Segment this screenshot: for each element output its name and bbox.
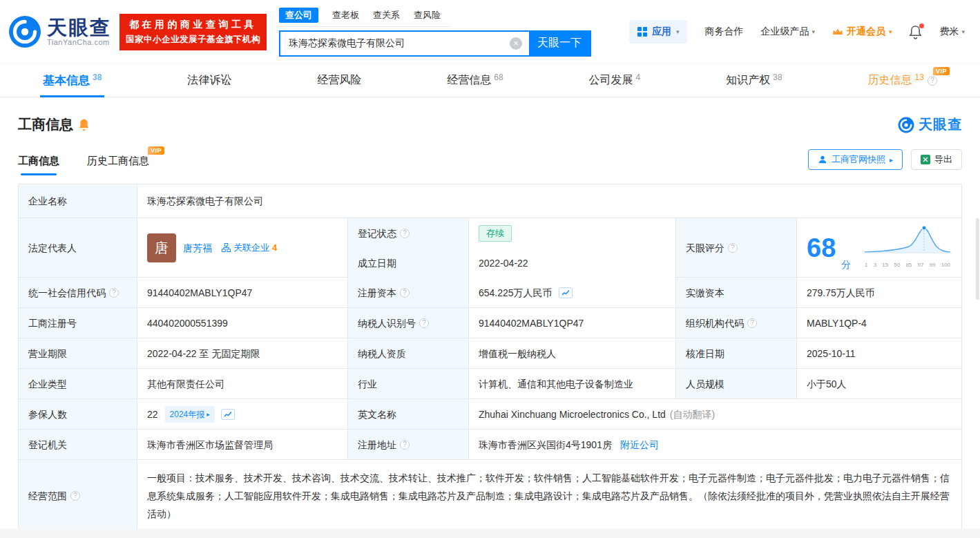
tab-basic-info[interactable]: 基本信息 38: [40, 64, 104, 97]
search-tab-relation[interactable]: 查关系: [373, 9, 400, 21]
nav-business-cooperation[interactable]: 商务合作: [704, 26, 743, 38]
related-companies-count: 4: [272, 241, 277, 255]
user-menu[interactable]: 费米 ▾: [939, 26, 965, 38]
score-distribution-chart: 13 1550 8597 99100: [863, 224, 952, 272]
paid-capital-value: 279.75万人民币: [797, 278, 962, 308]
vip-badge: VIP: [933, 67, 950, 75]
help-icon[interactable]: ?: [928, 76, 937, 86]
score-curve-icon: [863, 224, 952, 254]
tab-operation-info-label: 经营信息: [447, 73, 491, 88]
approval-date-label: 核准日期: [676, 338, 797, 369]
establish-date-label: 成立日期: [348, 248, 469, 278]
business-info-table: 企业名称 珠海芯探索微电子有限公司 法定代表人 唐 唐芳福: [18, 184, 962, 532]
tab-legal-litigation[interactable]: 法律诉讼: [184, 64, 234, 97]
table-row-reg-number: 工商注册号 440402000551399 纳税人识别号 ? 91440402M…: [19, 308, 962, 338]
address-value: 珠海市香洲区兴国街4号1901房 附近公司: [469, 430, 962, 460]
help-icon[interactable]: ?: [400, 229, 410, 238]
search-tab-company[interactable]: 查公司: [279, 8, 318, 23]
business-scope-value: 一般项目：技术服务、技术开发、技术咨询、技术交流、技术转让、技术推广；软件开发；…: [137, 460, 962, 532]
nearby-companies-link[interactable]: 附近公司: [620, 438, 659, 452]
search-tab-risk[interactable]: 查风险: [414, 9, 441, 21]
legal-rep-name-link[interactable]: 唐芳福: [183, 241, 212, 255]
help-icon[interactable]: ?: [400, 440, 410, 450]
nav-enterprise-products[interactable]: 企业级产品 ▾: [760, 26, 815, 38]
tab-operation-info-count: 68: [494, 73, 503, 82]
nav-open-vip-label: 开通会员: [847, 26, 885, 38]
tab-basic-info-label: 基本信息: [43, 73, 90, 88]
approval-date-value: 2025-10-11: [797, 338, 962, 369]
table-row-company-name: 企业名称 珠海芯探索微电子有限公司: [19, 184, 962, 218]
help-icon[interactable]: ?: [728, 243, 738, 253]
related-companies-label: 关联企业: [233, 241, 269, 255]
tab-company-development[interactable]: 公司发展 4: [586, 64, 644, 97]
section-header: 工商信息 天眼查: [18, 115, 962, 134]
taxpayer-quality-value: 增值税一般纳税人: [469, 338, 676, 369]
head-actions: 工商官网快照 ▸ 导出: [808, 149, 962, 175]
search-tab-boss[interactable]: 查老板: [332, 9, 359, 21]
page: 天眼查 TianYanCha.com 都在用的商业查询工具 国家中小企业发展子基…: [0, 0, 980, 538]
notification-bell-icon[interactable]: [909, 25, 922, 39]
taxpayer-quality-label: 纳税人资质: [348, 338, 469, 369]
chevron-down-icon: ▾: [961, 28, 965, 35]
help-icon[interactable]: ?: [747, 318, 757, 328]
score-label: 天眼评分 ?: [676, 218, 797, 278]
search-button[interactable]: 天眼一下: [529, 32, 590, 55]
export-button[interactable]: 导出: [911, 149, 962, 170]
nav-enterprise-products-label: 企业级产品: [760, 26, 809, 38]
credit-code-label: 统一社会信用代码 ?: [19, 278, 137, 308]
capital-trend-icon[interactable]: [559, 287, 573, 298]
staff-size-label: 人员规模: [676, 369, 797, 399]
legal-rep-avatar[interactable]: 唐: [147, 233, 176, 262]
search-box: × 天眼一下: [279, 30, 591, 57]
industry-value: 计算机、通信和其他电子设备制造业: [469, 369, 676, 399]
clear-search-icon[interactable]: ×: [510, 37, 522, 50]
tab-basic-info-count: 38: [93, 73, 102, 82]
tab-operation-risk[interactable]: 经营风险: [314, 64, 364, 97]
subtab-history-business-info[interactable]: VIP 历史工商信息: [87, 155, 149, 175]
business-term-value: 2022-04-22 至 无固定期限: [137, 338, 348, 369]
monitor-bell-icon[interactable]: [78, 118, 90, 131]
export-label: 导出: [934, 153, 952, 166]
business-scope-label: 经营范围 ?: [19, 460, 137, 532]
arrow-right-icon: ▸: [206, 407, 210, 421]
search-input[interactable]: [280, 32, 510, 55]
company-type-label: 企业类型: [19, 369, 137, 399]
help-icon[interactable]: ?: [109, 288, 119, 298]
company-section-tabs: 基本信息 38 法律诉讼 经营风险 经营信息 68 公司发展 4 知识产权 38…: [0, 64, 980, 97]
table-row-business-term: 营业期限 2022-04-22 至 无固定期限 纳税人资质 增值税一般纳税人 核…: [19, 338, 962, 369]
chevron-down-icon: ▾: [889, 28, 892, 35]
tab-operation-risk-label: 经营风险: [317, 73, 361, 88]
subtab-business-info[interactable]: 工商信息: [18, 155, 59, 175]
insured-label: 参保人数: [19, 399, 137, 430]
help-icon[interactable]: ?: [419, 318, 429, 328]
scrollbar-thumb[interactable]: [976, 218, 979, 300]
score-axis-ticks: 13 1550 8597 99100: [863, 258, 952, 272]
score-number: 68: [807, 234, 836, 262]
tab-intellectual-property[interactable]: 知识产权 38: [723, 64, 785, 97]
address-label: 注册地址 ?: [348, 430, 469, 460]
tab-history-info-count: 13: [915, 73, 924, 82]
help-icon[interactable]: ?: [70, 491, 80, 501]
reg-capital-value: 654.225万人民币: [469, 278, 676, 308]
insured-trend-icon[interactable]: [221, 409, 235, 420]
grid-icon: [637, 27, 647, 37]
vip-badge: VIP: [148, 146, 164, 155]
legal-rep-value: 唐 唐芳福 关联企业 4: [137, 218, 348, 278]
chevron-down-icon: ▾: [676, 28, 680, 35]
tianyancha-logo[interactable]: 天眼查 TianYanCha.com: [8, 15, 111, 48]
annual-report-badge[interactable]: 2024年报 ▸: [165, 406, 215, 423]
tab-legal-litigation-label: 法律诉讼: [187, 73, 231, 88]
tab-history-info[interactable]: VIP 历史信息 13 ?: [865, 64, 940, 97]
help-icon[interactable]: ?: [400, 288, 410, 298]
apps-menu[interactable]: 应用 ▾: [629, 20, 688, 44]
crown-icon: [832, 28, 843, 36]
nav-open-vip[interactable]: 开通会员 ▾: [832, 26, 892, 38]
staff-size-value: 小于50人: [797, 369, 962, 399]
tab-operation-info[interactable]: 经营信息 68: [444, 64, 506, 97]
official-snapshot-button[interactable]: 工商官网快照 ▸: [808, 149, 903, 170]
related-companies-link[interactable]: 关联企业 4: [222, 241, 277, 255]
arrow-right-icon: ▸: [890, 156, 893, 164]
tab-company-development-count: 4: [636, 73, 641, 82]
apps-menu-label: 应用: [652, 26, 671, 38]
watermark-logo: 天眼查: [898, 115, 962, 134]
